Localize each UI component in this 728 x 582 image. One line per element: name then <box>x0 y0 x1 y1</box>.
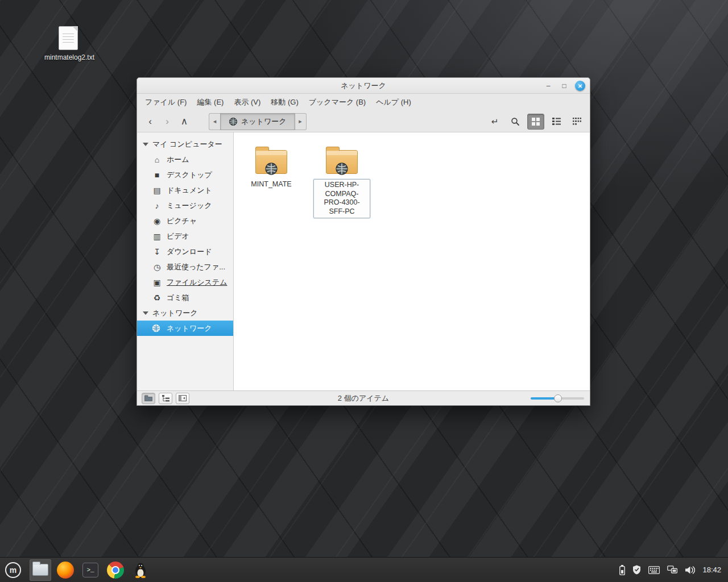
desktop-file-label: mintmatelog2.txt <box>44 53 92 61</box>
sidebar-item-downloads[interactable]: ↧ ダウンロード <box>137 244 233 259</box>
sidebar-item-pictures[interactable]: ◉ ピクチャ <box>137 213 233 228</box>
jump-to-location-icon[interactable]: ↵ <box>486 114 503 130</box>
menu-help[interactable]: ヘルプ (H) <box>371 95 416 110</box>
taskbar-launchers: >_ <box>30 559 151 581</box>
firefox-icon <box>57 562 74 579</box>
compact-view-button[interactable] <box>568 114 585 130</box>
item-count-text: 2 個のアイテム <box>137 393 590 404</box>
up-button[interactable]: ∧ <box>176 114 193 130</box>
sidebar-section-network[interactable]: ネットワーク <box>137 306 233 321</box>
penguin-icon <box>134 562 147 578</box>
zoom-slider-track <box>531 397 584 400</box>
folder-icon <box>32 564 48 576</box>
sidebar-item-music[interactable]: ♪ ミュージック <box>137 198 233 213</box>
chrome-launcher[interactable] <box>105 559 126 581</box>
desktop-icon: ■ <box>152 171 162 180</box>
filesystem-icon: ▣ <box>152 278 162 287</box>
forward-button[interactable]: › <box>159 114 176 130</box>
sidebar-item-desktop[interactable]: ■ デスクトップ <box>137 167 233 182</box>
menu-go[interactable]: 移動 (G) <box>266 95 303 110</box>
sidebar-item-network[interactable]: ネットワーク <box>137 321 233 336</box>
tux-launcher[interactable] <box>130 559 151 581</box>
desktop-background: mintmatelog2.txt ネットワーク – □ ✕ ファイル (F) 編… <box>0 0 728 582</box>
download-icon: ↧ <box>152 247 162 256</box>
expander-triangle-icon <box>143 143 148 146</box>
recent-icon: ◷ <box>152 263 162 272</box>
window-body: マイ コンピューター ⌂ ホーム ■ デスクトップ ▤ ドキュメント ♪ ミュー… <box>137 132 590 390</box>
icon-view-button[interactable] <box>527 114 544 130</box>
volume-icon[interactable] <box>685 566 695 575</box>
sidebar-item-videos[interactable]: ▥ ビデオ <box>137 228 233 244</box>
file-manager-window: ネットワーク – □ ✕ ファイル (F) 編集 (E) 表示 (V) 移動 (… <box>136 77 590 406</box>
pictures-icon: ◉ <box>152 217 162 226</box>
firefox-launcher[interactable] <box>55 559 76 581</box>
network-folder-icon <box>326 150 358 174</box>
mint-logo-icon: m <box>5 562 21 578</box>
battery-icon[interactable] <box>619 565 625 575</box>
sidebar-item-filesystem[interactable]: ▣ ファイルシステム <box>137 275 233 290</box>
taskbar: m >_ <box>0 557 728 582</box>
toolbar: ‹ › ∧ ◂ ネットワーク ▸ ↵ <box>137 111 590 132</box>
network-icon[interactable] <box>667 566 677 574</box>
file-tile-mint-mate[interactable]: MINT_MATE <box>239 145 303 190</box>
desktop-file-mintmatelog2[interactable]: mintmatelog2.txt <box>44 26 92 61</box>
system-tray: 18:42 <box>619 565 728 575</box>
music-icon: ♪ <box>152 201 162 210</box>
search-icon[interactable] <box>507 114 524 130</box>
menu-file[interactable]: ファイル (F) <box>140 95 191 110</box>
terminal-launcher[interactable]: >_ <box>80 559 101 581</box>
mint-menu-button[interactable]: m <box>0 558 26 582</box>
keyboard-icon[interactable] <box>648 566 660 574</box>
globe-emblem-icon <box>264 162 278 176</box>
menubar: ファイル (F) 編集 (E) 表示 (V) 移動 (G) ブックマーク (B)… <box>137 94 590 111</box>
maximize-button[interactable]: □ <box>559 81 569 91</box>
sidebar-item-recent[interactable]: ◷ 最近使ったファ... <box>137 259 233 275</box>
zoom-slider[interactable] <box>531 391 584 406</box>
terminal-icon: >_ <box>82 563 98 577</box>
file-manager-launcher[interactable] <box>30 559 51 581</box>
sidebar-item-trash[interactable]: ♻ ゴミ箱 <box>137 290 233 305</box>
network-folder-icon <box>255 150 287 174</box>
path-button-label: ネットワーク <box>241 117 287 127</box>
document-icon: ▤ <box>152 186 162 195</box>
network-globe-icon <box>152 324 162 332</box>
window-controls: – □ ✕ <box>543 78 585 94</box>
home-icon: ⌂ <box>152 155 162 164</box>
clock[interactable]: 18:42 <box>702 566 721 574</box>
menu-edit[interactable]: 編集 (E) <box>192 95 228 110</box>
globe-emblem-icon <box>335 162 349 176</box>
toolbar-right: ↵ <box>486 114 585 130</box>
globe-icon <box>229 117 238 126</box>
titlebar[interactable]: ネットワーク – □ ✕ <box>137 78 590 94</box>
menu-bookmarks[interactable]: ブックマーク (B) <box>304 95 370 110</box>
path-button-network[interactable]: ネットワーク <box>220 113 295 130</box>
shield-icon[interactable] <box>632 565 641 575</box>
window-title: ネットワーク <box>341 81 386 91</box>
trash-icon: ♻ <box>152 293 162 302</box>
sidebar-item-home[interactable]: ⌂ ホーム <box>137 152 233 167</box>
zoom-slider-thumb[interactable] <box>554 394 562 402</box>
list-view-button[interactable] <box>548 114 565 130</box>
sidebar-item-documents[interactable]: ▤ ドキュメント <box>137 182 233 198</box>
video-icon: ▥ <box>152 232 162 241</box>
menu-view[interactable]: 表示 (V) <box>229 95 265 110</box>
expander-triangle-icon <box>143 311 148 315</box>
sidebar: マイ コンピューター ⌂ ホーム ■ デスクトップ ▤ ドキュメント ♪ ミュー… <box>137 132 234 390</box>
close-button[interactable]: ✕ <box>575 81 585 91</box>
file-tile-user-hp-pc[interactable]: USER-HP-COMPAQ-PRO-4300-SFF-PC <box>310 145 374 218</box>
path-scroll-right-button[interactable]: ▸ <box>295 113 307 130</box>
text-file-icon <box>59 26 78 50</box>
statusbar: 2 個のアイテム <box>137 390 590 405</box>
file-name: USER-HP-COMPAQ-PRO-4300-SFF-PC <box>313 179 370 218</box>
back-button[interactable]: ‹ <box>142 114 159 130</box>
sidebar-section-computer[interactable]: マイ コンピューター <box>137 137 233 152</box>
minimize-button[interactable]: – <box>543 81 553 91</box>
file-name: MINT_MATE <box>248 179 294 190</box>
path-scroll-left-button[interactable]: ◂ <box>209 113 220 130</box>
file-area[interactable]: MINT_MATE USER-HP-COMPAQ-PRO-4300-SFF-PC <box>234 132 590 390</box>
chrome-icon <box>107 562 124 579</box>
path-bar: ◂ ネットワーク ▸ <box>209 113 307 130</box>
